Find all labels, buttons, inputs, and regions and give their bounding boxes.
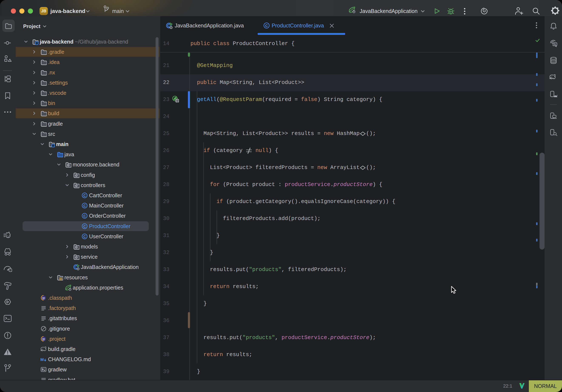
svg-text:C: C <box>83 214 86 218</box>
svg-text:C: C <box>83 194 86 198</box>
svg-text:C: C <box>83 204 86 208</box>
svg-text:M: M <box>40 357 44 362</box>
svg-text:C: C <box>83 225 86 228</box>
svg-text:C: C <box>83 235 86 238</box>
svg-text:C: C <box>265 24 268 28</box>
